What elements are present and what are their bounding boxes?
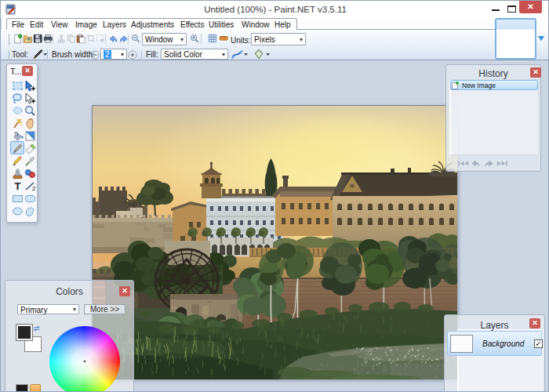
- svg-text:2: 2: [32, 185, 36, 192]
- svg-text:T: T: [15, 180, 21, 192]
